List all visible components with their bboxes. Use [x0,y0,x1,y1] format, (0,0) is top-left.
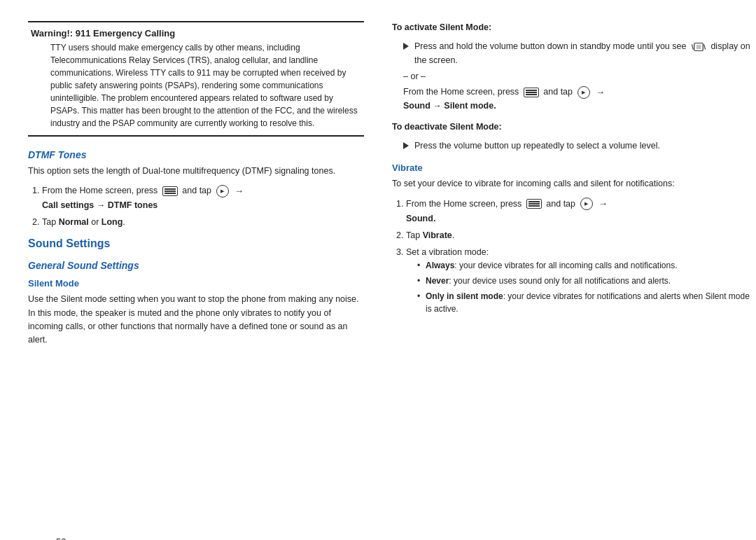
activate-title: To activate Silent Mode: [392,21,756,34]
bullet-triangle-icon-2 [403,142,409,149]
general-sound-title: General Sound Settings [28,260,364,271]
vibrate-step1-nav: Sound. [406,214,435,223]
arrow-icon-2: → [596,85,605,99]
vibrate-bullet-never: Never: your device uses sound only for a… [417,275,756,287]
circle-arrow-icon-3 [580,198,593,210]
dtmf-step1-andtap: and tap [182,186,214,195]
deactivate-steps: Press the volume button up repeatedly to… [403,139,756,153]
deactivate-step1: Press the volume button up repeatedly to… [403,139,756,153]
menu-icon-3 [526,199,542,209]
activate-step2-prefix: From the Home screen, press [403,88,519,97]
activate-step2-mid: and tap [543,88,573,97]
deactivate-title: To deactivate Silent Mode: [392,120,756,134]
dtmf-step1: From the Home screen, press and tap → Ca… [42,184,364,212]
vibrate-steps: From the Home screen, press and tap → So… [406,197,756,315]
vibrate-description: To set your device to vibrate for incomi… [392,177,756,191]
dtmf-step2: Tap Normal or Long. [42,215,364,229]
activate-step1-text: Press and hold the volume button down in… [414,41,686,51]
menu-icon [162,186,178,196]
svg-line-2 [692,45,694,49]
menu-icon-2 [524,88,539,97]
vibrate-step1-prefix: From the Home screen, press [406,199,522,209]
circle-arrow-icon-2 [578,86,590,99]
sound-settings-title: Sound Settings [28,237,364,250]
deactivate-step1-text: Press the volume button up repeatedly to… [414,139,660,153]
arrow-icon-3: → [598,197,608,211]
or-divider: – or – [403,71,756,81]
warning-text: TTY users should make emergency calls by… [50,41,361,130]
bullet-triangle-icon [403,43,409,50]
dtmf-step1-prefix: From the Home screen, press [42,186,158,195]
svg-line-3 [704,45,706,49]
silent-mode-description: Use the Silent mode setting when you wan… [28,293,364,347]
vibrate-bullet-always: Always: your device vibrates for all inc… [417,259,756,272]
warning-box: Warning!: 911 Emergency Calling TTY user… [28,21,364,137]
dtmf-steps: From the Home screen, press and tap → Ca… [42,184,364,229]
activate-step2: From the Home screen, press and tap → So… [403,85,756,113]
page-number: 52 [56,536,66,540]
svg-rect-1 [696,45,701,49]
warning-title: Warning!: 911 Emergency Calling [31,28,361,39]
activate-step2-nav: Sound → Silent mode. [403,101,496,111]
vibrate-step1: From the Home screen, press and tap → So… [406,197,756,226]
activate-step1: Press and hold the volume button down in… [403,40,756,67]
circle-arrow-icon [216,185,229,198]
silent-mode-title: Silent Mode [28,278,364,289]
activate-steps: Press and hold the volume button down in… [403,40,756,113]
vibrate-title: Vibrate [392,162,756,173]
dtmf-description: This option sets the length of Dual-tone… [28,165,364,178]
dtmf-step1-nav: Call settings → DTMF tones [42,200,158,210]
vibrate-icon [691,41,706,53]
vibrate-step1-mid: and tap [546,199,578,209]
dtmf-title: DTMF Tones [28,149,364,160]
vibrate-step3: Set a vibration mode: Always: your devic… [406,245,756,315]
vibrate-bullet-silent: Only in silent mode: your device vibrate… [417,290,756,315]
arrow-icon: → [234,184,244,198]
vibrate-bullets: Always: your device vibrates for all inc… [417,259,756,315]
vibrate-step2: Tap Vibrate. [406,228,756,242]
